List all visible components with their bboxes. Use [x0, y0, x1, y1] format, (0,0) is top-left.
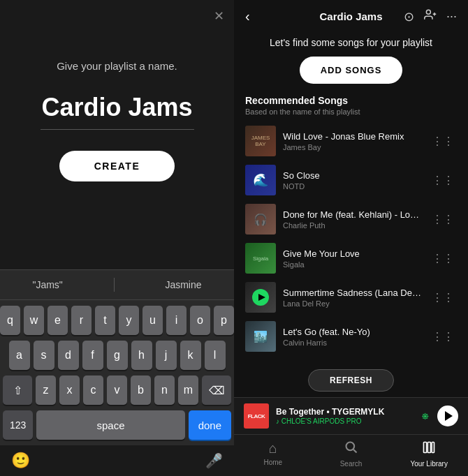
- keyboard-row-1: q w e r t y u i o p: [3, 306, 231, 335]
- key-w[interactable]: w: [24, 306, 44, 335]
- left-panel: ✕ Give your playlist a name. Cardio Jams…: [0, 0, 234, 476]
- add-songs-button[interactable]: ADD SONGS: [300, 57, 403, 84]
- play-button[interactable]: [437, 406, 458, 426]
- song-thumb-4: Sigala: [245, 243, 276, 274]
- song-thumb-6: 🏙️: [245, 321, 276, 352]
- song-artist-2: NOTD: [283, 182, 422, 191]
- done-key[interactable]: done: [189, 410, 231, 440]
- play-triangle-icon: [445, 411, 453, 421]
- header-icons: ⊙ ···: [404, 8, 457, 24]
- song-item-5[interactable]: Summertime Sadness (Lana Del Rey V... La…: [234, 278, 468, 317]
- key-p[interactable]: p: [214, 306, 234, 335]
- close-button[interactable]: ✕: [214, 8, 224, 24]
- svg-line-6: [353, 449, 356, 453]
- key-f[interactable]: f: [82, 341, 103, 370]
- now-playing-info: Be Together • TYGERMYLK ♪ CHLOE'S AIRPOD…: [276, 407, 415, 425]
- playlist-prompt: Give your playlist a name.: [57, 60, 177, 72]
- delete-key[interactable]: ⌫: [202, 375, 231, 405]
- song-add-icon-2[interactable]: ⋮⋮: [429, 171, 457, 190]
- song-item-1[interactable]: JAMESBAY Wild Love - Jonas Blue Remix Ja…: [234, 121, 468, 161]
- numbers-key[interactable]: 123: [3, 410, 33, 440]
- key-k[interactable]: k: [180, 341, 201, 370]
- song-info-2: So Close NOTD: [283, 170, 422, 191]
- key-b[interactable]: b: [131, 375, 151, 405]
- bluetooth-icon: ⎈: [422, 410, 429, 422]
- svg-rect-7: [424, 442, 427, 453]
- song-item-3[interactable]: 🎧 Done for Me (feat. Kehlani) - Loud Lux…: [234, 200, 468, 239]
- key-c[interactable]: c: [83, 375, 103, 405]
- song-add-icon-1[interactable]: ⋮⋮: [429, 132, 457, 151]
- song-title-3: Done for Me (feat. Kehlani) - Loud Lux..…: [283, 209, 422, 220]
- key-h[interactable]: h: [131, 341, 152, 370]
- key-u[interactable]: u: [142, 306, 163, 335]
- playlist-name: Cardio Jams: [41, 93, 192, 122]
- find-songs-text: Let's find some songs for your playlist: [234, 30, 468, 57]
- song-item-4[interactable]: Sigala Give Me Your Love Sigala ⋮⋮: [234, 239, 468, 278]
- key-m[interactable]: m: [178, 375, 198, 405]
- key-l[interactable]: l: [205, 341, 226, 370]
- key-a[interactable]: a: [9, 341, 30, 370]
- autocomplete-bar: "Jams" Jasmine: [0, 269, 234, 300]
- back-button[interactable]: ‹: [245, 8, 250, 24]
- key-r[interactable]: r: [71, 306, 92, 335]
- mic-icon[interactable]: 🎤: [205, 452, 223, 469]
- nav-home[interactable]: ⌂ Home: [234, 440, 312, 468]
- space-key[interactable]: space: [36, 410, 184, 440]
- song-add-icon-4[interactable]: ⋮⋮: [429, 249, 457, 268]
- now-playing-title: Be Together • TYGERMYLK: [276, 407, 415, 417]
- now-playing-thumbnail: FLACK: [244, 403, 269, 429]
- key-q[interactable]: q: [0, 306, 20, 335]
- more-options-icon[interactable]: ···: [446, 9, 457, 24]
- song-add-icon-5[interactable]: ⋮⋮: [429, 288, 457, 307]
- now-playing-controls: ⎈: [422, 406, 458, 426]
- recommended-subtitle: Based on the name of this playlist: [234, 107, 468, 121]
- song-add-icon-6[interactable]: ⋮⋮: [429, 327, 457, 346]
- key-z[interactable]: z: [36, 375, 56, 405]
- key-s[interactable]: s: [34, 341, 54, 370]
- shift-key[interactable]: ⇧: [3, 375, 32, 405]
- key-g[interactable]: g: [107, 341, 128, 370]
- refresh-container: REFRESH: [234, 364, 468, 397]
- key-y[interactable]: y: [119, 306, 139, 335]
- song-add-icon-3[interactable]: ⋮⋮: [429, 210, 457, 229]
- library-label: Your Library: [410, 460, 448, 468]
- svg-rect-8: [428, 442, 431, 453]
- autocomplete-item-2[interactable]: Jasmine: [165, 279, 201, 290]
- key-i[interactable]: i: [166, 306, 187, 335]
- song-thumb-5: [245, 282, 276, 313]
- now-playing-sub: ♪ CHLOE'S AIRPODS PRO: [276, 417, 415, 425]
- search-label: Search: [340, 460, 363, 468]
- key-o[interactable]: o: [190, 306, 210, 335]
- song-artist-4: Sigala: [283, 260, 422, 269]
- autocomplete-separator: [114, 278, 115, 292]
- keyboard: q w e r t y u i o p a s d f g h j k l ⇧ …: [0, 300, 234, 445]
- svg-rect-9: [432, 442, 434, 453]
- nav-library[interactable]: Your Library: [390, 440, 468, 468]
- svg-point-0: [426, 10, 430, 14]
- song-title-4: Give Me Your Love: [283, 248, 422, 259]
- add-user-icon[interactable]: [424, 8, 437, 24]
- key-v[interactable]: v: [107, 375, 127, 405]
- download-icon[interactable]: ⊙: [404, 9, 414, 24]
- home-label: Home: [263, 459, 282, 466]
- song-artist-1: James Bay: [283, 143, 422, 151]
- refresh-button[interactable]: REFRESH: [308, 369, 394, 392]
- now-playing-bar[interactable]: FLACK Be Together • TYGERMYLK ♪ CHLOE'S …: [234, 397, 468, 434]
- now-playing-thumb-text: FLACK: [248, 413, 265, 419]
- home-icon: ⌂: [269, 440, 277, 456]
- key-d[interactable]: d: [58, 341, 79, 370]
- nav-search[interactable]: Search: [312, 440, 390, 468]
- create-button[interactable]: CREATE: [59, 151, 175, 181]
- song-item-6[interactable]: 🏙️ Let's Go (feat. Ne-Yo) Calvin Harris …: [234, 317, 468, 356]
- key-e[interactable]: e: [47, 306, 68, 335]
- keyboard-row-3: ⇧ z x c v b n m ⌫: [3, 375, 231, 405]
- emoji-icon[interactable]: 🙂: [11, 452, 30, 470]
- key-x[interactable]: x: [59, 375, 80, 405]
- song-title-1: Wild Love - Jonas Blue Remix: [283, 131, 422, 142]
- key-t[interactable]: t: [95, 306, 115, 335]
- key-n[interactable]: n: [154, 375, 175, 405]
- right-header: ‹ Cardio Jams ⊙ ···: [234, 0, 468, 30]
- key-j[interactable]: j: [156, 341, 177, 370]
- autocomplete-item-1[interactable]: "Jams": [32, 279, 62, 290]
- song-item-2[interactable]: 🌊 So Close NOTD ⋮⋮: [234, 161, 468, 200]
